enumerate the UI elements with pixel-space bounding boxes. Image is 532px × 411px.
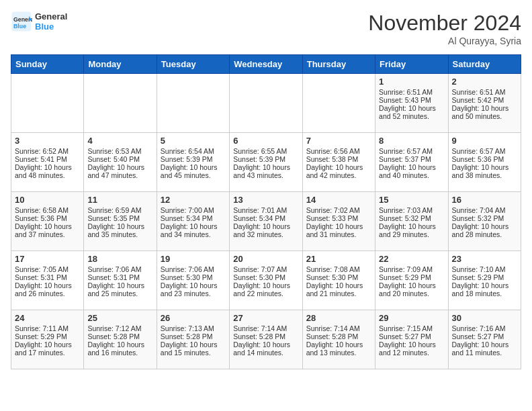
day-number: 30 [452,313,517,323]
day-info: Sunrise: 6:57 AM [379,147,444,155]
day-info: Sunset: 5:29 PM [15,332,80,340]
weekday-header: Sunday [11,55,84,74]
day-number: 6 [233,136,298,146]
weekday-header-row: SundayMondayTuesdayWednesdayThursdayFrid… [11,55,521,74]
weekday-header: Wednesday [230,55,302,74]
day-info: Daylight: 10 hours and 17 minutes. [15,340,80,357]
day-info: Sunrise: 7:09 AM [379,265,444,273]
day-info: Sunset: 5:31 PM [15,273,80,281]
calendar-cell: 24Sunrise: 7:11 AMSunset: 5:29 PMDayligh… [11,310,84,369]
day-info: Daylight: 10 hours and 34 minutes. [161,222,226,238]
day-number: 18 [87,254,152,264]
svg-text:Blue: Blue [13,23,26,30]
day-info: Daylight: 10 hours and 25 minutes. [87,281,152,298]
logo: General Blue General Blue [11,11,67,32]
day-number: 2 [452,77,517,87]
day-info: Sunrise: 7:07 AM [233,265,298,273]
day-info: Daylight: 10 hours and 42 minutes. [306,163,371,179]
page-header: General Blue General Blue November 2024 … [11,11,521,46]
day-number: 14 [306,195,371,205]
day-info: Sunrise: 6:54 AM [161,147,226,155]
calendar-cell: 21Sunrise: 7:08 AMSunset: 5:30 PMDayligh… [302,251,375,310]
day-number: 25 [87,313,152,323]
calendar-cell: 20Sunrise: 7:07 AMSunset: 5:30 PMDayligh… [230,251,302,310]
day-info: Daylight: 10 hours and 29 minutes. [379,222,444,238]
day-info: Sunset: 5:28 PM [233,332,298,340]
day-info: Sunset: 5:38 PM [306,155,371,163]
day-number: 1 [379,77,444,87]
day-info: Sunrise: 7:06 AM [161,265,226,273]
calendar-cell [230,74,302,133]
calendar-cell: 5Sunrise: 6:54 AMSunset: 5:39 PMDaylight… [157,133,229,192]
day-info: Sunrise: 7:08 AM [306,265,371,273]
calendar-cell [302,74,375,133]
day-info: Sunrise: 7:13 AM [161,324,226,332]
day-info: Daylight: 10 hours and 20 minutes. [379,281,444,298]
day-info: Sunset: 5:29 PM [452,273,517,281]
calendar-table: SundayMondayTuesdayWednesdayThursdayFrid… [11,54,521,369]
day-number: 7 [306,136,371,146]
title-block: November 2024 Al Qurayya, Syria [368,11,521,46]
day-info: Sunset: 5:29 PM [379,273,444,281]
day-info: Sunset: 5:35 PM [87,214,152,222]
day-number: 24 [15,313,80,323]
calendar-cell: 12Sunrise: 7:00 AMSunset: 5:34 PMDayligh… [157,192,229,251]
day-info: Sunrise: 7:16 AM [452,324,517,332]
day-info: Sunset: 5:39 PM [233,155,298,163]
calendar-cell [84,74,157,133]
day-info: Sunrise: 7:14 AM [306,324,371,332]
weekday-header: Monday [84,55,157,74]
day-number: 10 [15,195,80,205]
day-info: Sunset: 5:27 PM [379,332,444,340]
day-number: 4 [87,136,152,146]
day-info: Sunset: 5:33 PM [306,214,371,222]
day-info: Sunset: 5:34 PM [161,214,226,222]
day-info: Sunset: 5:28 PM [161,332,226,340]
weekday-header: Saturday [448,55,521,74]
day-info: Daylight: 10 hours and 40 minutes. [379,163,444,179]
day-number: 8 [379,136,444,146]
day-info: Sunset: 5:37 PM [379,155,444,163]
calendar-week-row: 10Sunrise: 6:58 AMSunset: 5:36 PMDayligh… [11,192,521,251]
day-info: Daylight: 10 hours and 18 minutes. [452,281,517,298]
calendar-cell [11,74,84,133]
day-info: Sunrise: 7:15 AM [379,324,444,332]
day-info: Daylight: 10 hours and 38 minutes. [452,163,517,179]
calendar-cell [157,74,229,133]
day-number: 12 [161,195,226,205]
day-info: Daylight: 10 hours and 22 minutes. [233,281,298,298]
day-info: Sunrise: 6:52 AM [15,147,80,155]
day-number: 11 [87,195,152,205]
day-info: Sunrise: 7:01 AM [233,206,298,214]
day-info: Sunrise: 6:51 AM [379,88,444,96]
day-info: Sunset: 5:32 PM [452,214,517,222]
day-info: Sunset: 5:28 PM [87,332,152,340]
day-info: Sunrise: 7:05 AM [15,265,80,273]
day-number: 23 [452,254,517,264]
weekday-header: Thursday [302,55,375,74]
day-info: Daylight: 10 hours and 28 minutes. [452,222,517,238]
day-info: Daylight: 10 hours and 16 minutes. [87,340,152,357]
day-info: Daylight: 10 hours and 14 minutes. [233,340,298,357]
day-info: Daylight: 10 hours and 15 minutes. [161,340,226,357]
calendar-cell: 15Sunrise: 7:03 AMSunset: 5:32 PMDayligh… [375,192,448,251]
day-number: 22 [379,254,444,264]
calendar-week-row: 3Sunrise: 6:52 AMSunset: 5:41 PMDaylight… [11,133,521,192]
day-number: 21 [306,254,371,264]
day-info: Sunset: 5:41 PM [15,155,80,163]
calendar-cell: 10Sunrise: 6:58 AMSunset: 5:36 PMDayligh… [11,192,84,251]
day-info: Sunset: 5:34 PM [233,214,298,222]
day-info: Sunrise: 6:51 AM [452,88,517,96]
day-info: Daylight: 10 hours and 12 minutes. [379,340,444,357]
day-info: Sunrise: 7:04 AM [452,206,517,214]
calendar-cell: 22Sunrise: 7:09 AMSunset: 5:29 PMDayligh… [375,251,448,310]
calendar-cell: 17Sunrise: 7:05 AMSunset: 5:31 PMDayligh… [11,251,84,310]
day-info: Daylight: 10 hours and 37 minutes. [15,222,80,238]
day-info: Sunrise: 7:10 AM [452,265,517,273]
calendar-cell: 29Sunrise: 7:15 AMSunset: 5:27 PMDayligh… [375,310,448,369]
weekday-header: Tuesday [157,55,229,74]
day-info: Sunset: 5:27 PM [452,332,517,340]
day-info: Sunset: 5:30 PM [233,273,298,281]
day-info: Daylight: 10 hours and 31 minutes. [306,222,371,238]
calendar-week-row: 24Sunrise: 7:11 AMSunset: 5:29 PMDayligh… [11,310,521,369]
